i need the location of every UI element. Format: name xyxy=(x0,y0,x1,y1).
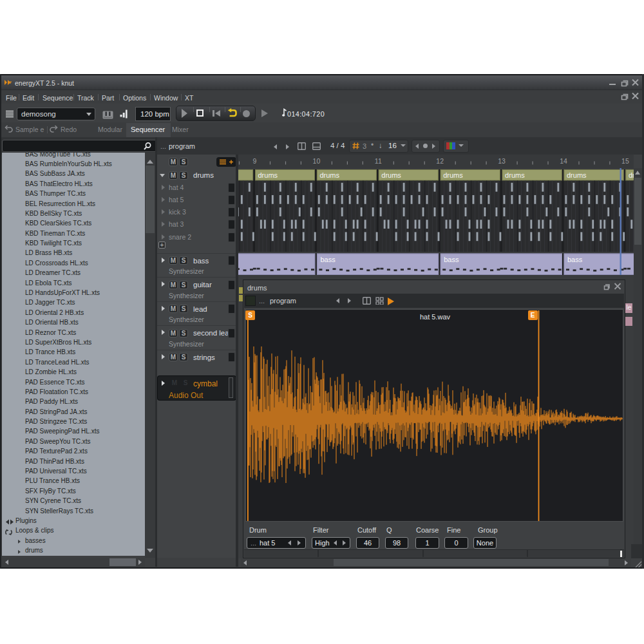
svg-text:15: 15 xyxy=(621,157,629,165)
svg-text:10: 10 xyxy=(313,157,321,165)
svg-text:9: 9 xyxy=(253,157,257,165)
svg-text:14: 14 xyxy=(560,157,567,165)
svg-text:11: 11 xyxy=(375,157,382,165)
svg-text:12: 12 xyxy=(436,157,444,165)
svg-text:13: 13 xyxy=(498,157,506,165)
